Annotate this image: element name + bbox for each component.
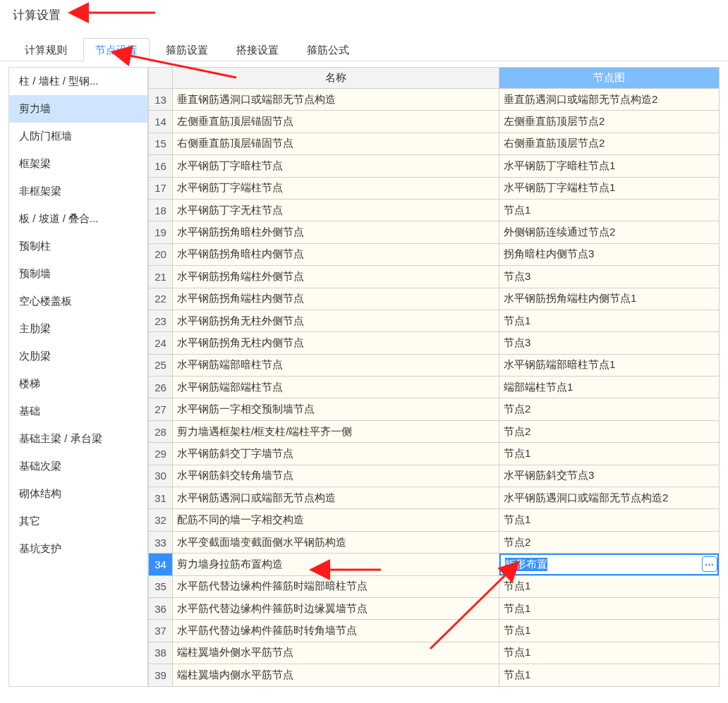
row-node[interactable]: 节点1	[499, 664, 720, 686]
row-name[interactable]: 水平钢筋丁字无柱节点	[173, 200, 499, 221]
row-name[interactable]: 水平钢筋斜交丁字墙节点	[173, 443, 499, 465]
row-node[interactable]: 水平钢筋斜交节点3	[499, 465, 720, 487]
sidebar-item-3[interactable]: 框架梁	[9, 150, 147, 178]
sidebar-item-11[interactable]: 楼梯	[9, 370, 147, 398]
sidebar-item-7[interactable]: 预制墙	[9, 260, 147, 288]
node-value-input[interactable]	[499, 554, 719, 575]
sidebar-item-8[interactable]: 空心楼盖板	[9, 288, 147, 315]
row-name[interactable]: 左侧垂直筋顶层锚固节点	[173, 111, 499, 133]
row-name[interactable]: 剪力墙遇框架柱/框支柱/端柱平齐一侧	[173, 421, 499, 443]
sidebar-item-1[interactable]: 剪力墙	[9, 95, 147, 123]
row-node[interactable]: 节点1	[499, 200, 720, 221]
table-row[interactable]: 26水平钢筋端部端柱节点端部端柱节点1	[149, 377, 720, 398]
table-row[interactable]: 35水平筋代替边缘构件箍筋时端部暗柱节点节点1	[149, 576, 720, 598]
table-row[interactable]: 13垂直钢筋遇洞口或端部无节点构造垂直筋遇洞口或端部无节点构造2	[149, 89, 720, 111]
row-name[interactable]: 水平钢筋拐角暗柱外侧节点	[173, 221, 499, 243]
tab-node-settings[interactable]: 节点设置	[83, 38, 150, 61]
row-name[interactable]: 水平钢筋一字相交预制墙节点	[173, 398, 499, 420]
row-node[interactable]: 节点1	[499, 598, 720, 620]
row-name[interactable]: 水平钢筋拐角暗柱内侧节点	[173, 244, 499, 266]
sidebar-item-12[interactable]: 基础	[9, 398, 147, 425]
table-row[interactable]: 20水平钢筋拐角暗柱内侧节点拐角暗柱内侧节点3	[149, 244, 720, 266]
row-node[interactable]: 水平钢筋拐角端柱内侧节点1	[499, 288, 720, 310]
row-node[interactable]: 垂直筋遇洞口或端部无节点构造2	[499, 89, 720, 111]
table-row[interactable]: 34剪力墙身拉筋布置构造⋯	[149, 554, 720, 575]
row-node[interactable]: 节点3	[499, 266, 720, 288]
sidebar-item-4[interactable]: 非框架梁	[9, 178, 147, 205]
table-row[interactable]: 30水平钢筋斜交转角墙节点水平钢筋斜交节点3	[149, 465, 720, 487]
sidebar-item-14[interactable]: 基础次梁	[9, 453, 147, 480]
table-row[interactable]: 15右侧垂直筋顶层锚固节点右侧垂直筋顶层节点2	[149, 133, 720, 155]
table-row[interactable]: 27水平钢筋一字相交预制墙节点节点2	[149, 398, 720, 420]
sidebar-item-16[interactable]: 其它	[9, 508, 147, 535]
row-node[interactable]: 节点1	[499, 443, 720, 465]
table-row[interactable]: 14左侧垂直筋顶层锚固节点左侧垂直筋顶层节点2	[149, 111, 720, 133]
table-row[interactable]: 24水平钢筋拐角无柱内侧节点节点3	[149, 332, 720, 354]
sidebar-item-0[interactable]: 柱 / 墙柱 / 型钢...	[9, 68, 147, 95]
row-name[interactable]: 水平钢筋拐角端柱外侧节点	[173, 266, 499, 288]
row-name[interactable]: 水平钢筋端部端柱节点	[173, 377, 499, 398]
table-row[interactable]: 29水平钢筋斜交丁字墙节点节点1	[149, 443, 720, 465]
row-node[interactable]: 节点3	[499, 332, 720, 354]
row-name[interactable]: 水平筋代替边缘构件箍筋时边缘翼墙节点	[173, 598, 499, 620]
table-row[interactable]: 33水平变截面墙变截面侧水平钢筋构造节点2	[149, 532, 720, 554]
table-row[interactable]: 31水平钢筋遇洞口或端部无节点构造水平钢筋遇洞口或端部无节点构造2	[149, 487, 720, 509]
row-node[interactable]: 节点1	[499, 576, 720, 598]
sidebar-item-13[interactable]: 基础主梁 / 承台梁	[9, 425, 147, 453]
sidebar-item-15[interactable]: 砌体结构	[9, 480, 147, 508]
row-node[interactable]: ⋯	[499, 554, 720, 575]
table-row[interactable]: 18水平钢筋丁字无柱节点节点1	[149, 200, 720, 221]
row-name[interactable]: 剪力墙身拉筋布置构造	[173, 554, 499, 575]
row-node[interactable]: 水平钢筋丁字端柱节点1	[499, 178, 720, 200]
row-name[interactable]: 水平钢筋遇洞口或端部无节点构造	[173, 487, 499, 509]
row-node[interactable]: 节点1	[499, 509, 720, 531]
row-name[interactable]: 水平钢筋拐角端柱内侧节点	[173, 288, 499, 310]
row-node[interactable]: 节点2	[499, 421, 720, 443]
table-row[interactable]: 37水平筋代替边缘构件箍筋时转角墙节点节点1	[149, 620, 720, 642]
sidebar-item-2[interactable]: 人防门框墙	[9, 123, 147, 150]
ellipsis-icon[interactable]: ⋯	[702, 556, 717, 572]
row-name[interactable]: 右侧垂直筋顶层锚固节点	[173, 133, 499, 155]
tab-lap-settings[interactable]: 搭接设置	[224, 38, 291, 61]
sidebar-item-9[interactable]: 主肋梁	[9, 315, 147, 343]
tab-calc-rules[interactable]: 计算规则	[13, 38, 79, 61]
row-node[interactable]: 拐角暗柱内侧节点3	[499, 244, 720, 266]
row-name[interactable]: 水平钢筋拐角无柱内侧节点	[173, 332, 499, 354]
row-name[interactable]: 水平筋代替边缘构件箍筋时转角墙节点	[173, 620, 499, 642]
row-node[interactable]: 水平钢筋端部暗柱节点1	[499, 355, 720, 377]
table-row[interactable]: 32配筋不同的墙一字相交构造节点1	[149, 509, 720, 531]
table-row[interactable]: 28剪力墙遇框架柱/框支柱/端柱平齐一侧节点2	[149, 421, 720, 443]
table-row[interactable]: 21水平钢筋拐角端柱外侧节点节点3	[149, 266, 720, 288]
sidebar-item-10[interactable]: 次肋梁	[9, 343, 147, 370]
table-row[interactable]: 38端柱翼墙外侧水平筋节点节点1	[149, 642, 720, 664]
row-name[interactable]: 配筋不同的墙一字相交构造	[173, 509, 499, 531]
row-name[interactable]: 端柱翼墙内侧水平筋节点	[173, 664, 499, 686]
row-name[interactable]: 端柱翼墙外侧水平筋节点	[173, 642, 499, 664]
sidebar-item-6[interactable]: 预制柱	[9, 233, 147, 260]
row-name[interactable]: 水平钢筋丁字暗柱节点	[173, 155, 499, 177]
table-row[interactable]: 23水平钢筋拐角无柱外侧节点节点1	[149, 310, 720, 332]
row-node[interactable]: 水平钢筋丁字暗柱节点1	[499, 155, 720, 177]
table-row[interactable]: 36水平筋代替边缘构件箍筋时边缘翼墙节点节点1	[149, 598, 720, 620]
tab-stirrup-formula[interactable]: 箍筋公式	[295, 38, 361, 61]
row-name[interactable]: 垂直钢筋遇洞口或端部无节点构造	[173, 89, 499, 111]
table-row[interactable]: 16水平钢筋丁字暗柱节点水平钢筋丁字暗柱节点1	[149, 155, 720, 177]
row-node[interactable]: 节点1	[499, 642, 720, 664]
table-row[interactable]: 19水平钢筋拐角暗柱外侧节点外侧钢筋连续通过节点2	[149, 221, 720, 243]
row-name[interactable]: 水平钢筋端部暗柱节点	[173, 355, 499, 377]
row-node[interactable]: 端部端柱节点1	[499, 377, 720, 398]
tab-stirrup-settings[interactable]: 箍筋设置	[154, 38, 220, 61]
row-node[interactable]: 节点2	[499, 532, 720, 554]
row-name[interactable]: 水平钢筋斜交转角墙节点	[173, 465, 499, 487]
table-row[interactable]: 17水平钢筋丁字端柱节点水平钢筋丁字端柱节点1	[149, 178, 720, 200]
row-name[interactable]: 水平筋代替边缘构件箍筋时端部暗柱节点	[173, 576, 499, 598]
row-node[interactable]: 外侧钢筋连续通过节点2	[499, 221, 720, 243]
table-row[interactable]: 39端柱翼墙内侧水平筋节点节点1	[149, 664, 720, 686]
row-name[interactable]: 水平变截面墙变截面侧水平钢筋构造	[173, 532, 499, 554]
row-node[interactable]: 节点1	[499, 310, 720, 332]
sidebar-item-17[interactable]: 基坑支护	[9, 535, 147, 563]
row-node[interactable]: 左侧垂直筋顶层节点2	[499, 111, 720, 133]
row-node[interactable]: 水平钢筋遇洞口或端部无节点构造2	[499, 487, 720, 509]
grid-header-node[interactable]: 节点图	[499, 68, 720, 89]
sidebar-item-5[interactable]: 板 / 坡道 / 叠合...	[9, 205, 147, 233]
